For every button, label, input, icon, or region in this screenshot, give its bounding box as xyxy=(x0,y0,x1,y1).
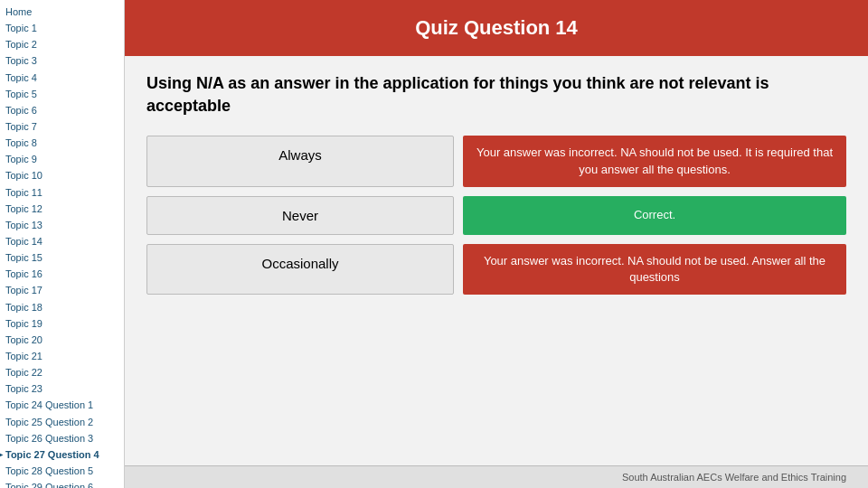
sidebar-item[interactable]: Topic 23 xyxy=(5,380,118,397)
sidebar-item[interactable]: Topic 15 xyxy=(5,249,118,266)
answer-row: NeverCorrect. xyxy=(146,196,846,235)
sidebar-item[interactable]: Topic 3 xyxy=(5,52,118,69)
quiz-content: Using N/A as an answer in the applicatio… xyxy=(125,56,868,465)
answer-button[interactable]: Never xyxy=(146,196,454,235)
footer: South Australian AECs Welfare and Ethics… xyxy=(125,465,868,488)
sidebar-item[interactable]: Topic 4 xyxy=(5,70,118,86)
sidebar-item[interactable]: Topic 9 xyxy=(5,151,118,167)
sidebar-item[interactable]: Topic 5 xyxy=(5,86,118,102)
feedback-box: Correct. xyxy=(463,196,846,235)
sidebar-item[interactable]: Topic 16 xyxy=(5,266,118,282)
main-content: Quiz Question 14 Using N/A as an answer … xyxy=(125,0,868,488)
sidebar-item[interactable]: Topic 21 xyxy=(5,348,118,364)
sidebar-item[interactable]: Topic 26 Question 3 xyxy=(5,430,118,446)
sidebar-item[interactable]: Topic 1 xyxy=(5,20,118,36)
footer-text: South Australian AECs Welfare and Ethics… xyxy=(622,472,846,483)
answer-row: OccasionallyYour answer was incorrect. N… xyxy=(146,244,846,295)
sidebar-item[interactable]: Topic 22 xyxy=(5,364,118,380)
sidebar-item[interactable]: Topic 7 xyxy=(5,118,118,135)
sidebar-item[interactable]: Topic 12 xyxy=(5,201,118,217)
sidebar-item[interactable]: Topic 10 xyxy=(5,167,118,183)
sidebar-item[interactable]: Topic 19 xyxy=(5,315,118,332)
sidebar-item[interactable]: Topic 17 xyxy=(5,282,118,298)
answer-button[interactable]: Occasionally xyxy=(146,244,454,295)
page-header: Quiz Question 14 xyxy=(125,0,868,56)
sidebar-item[interactable]: Topic 14 xyxy=(5,233,118,249)
sidebar-item[interactable]: Topic 2 xyxy=(5,36,118,52)
quiz-title: Quiz Question 14 xyxy=(415,16,578,39)
question-text: Using N/A as an answer in the applicatio… xyxy=(146,72,846,117)
sidebar-item[interactable]: Topic 28 Question 5 xyxy=(5,463,118,479)
sidebar-item[interactable]: Topic 6 xyxy=(5,102,118,118)
sidebar-item[interactable]: Topic 24 Question 1 xyxy=(5,397,118,413)
sidebar-item[interactable]: Topic 25 Question 2 xyxy=(5,414,118,430)
sidebar-item[interactable]: Topic 29 Question 6 xyxy=(5,479,118,488)
sidebar-item[interactable]: Topic 11 xyxy=(5,184,118,201)
sidebar: HomeTopic 1Topic 2Topic 3Topic 4Topic 5T… xyxy=(0,0,125,488)
sidebar-item[interactable]: Topic 20 xyxy=(5,332,118,348)
sidebar-item[interactable]: Topic 13 xyxy=(5,217,118,233)
answer-button[interactable]: Always xyxy=(146,136,454,186)
answer-row: AlwaysYour answer was incorrect. NA shou… xyxy=(146,136,846,186)
sidebar-item[interactable]: Topic 18 xyxy=(5,299,118,315)
feedback-box: Your answer was incorrect. NA should not… xyxy=(463,244,846,295)
feedback-box: Your answer was incorrect. NA should not… xyxy=(463,136,846,186)
sidebar-item[interactable]: Topic 27 Question 4 xyxy=(5,446,118,463)
sidebar-item[interactable]: Home xyxy=(5,4,118,20)
sidebar-item[interactable]: Topic 8 xyxy=(5,135,118,151)
answers-container: AlwaysYour answer was incorrect. NA shou… xyxy=(146,136,846,295)
